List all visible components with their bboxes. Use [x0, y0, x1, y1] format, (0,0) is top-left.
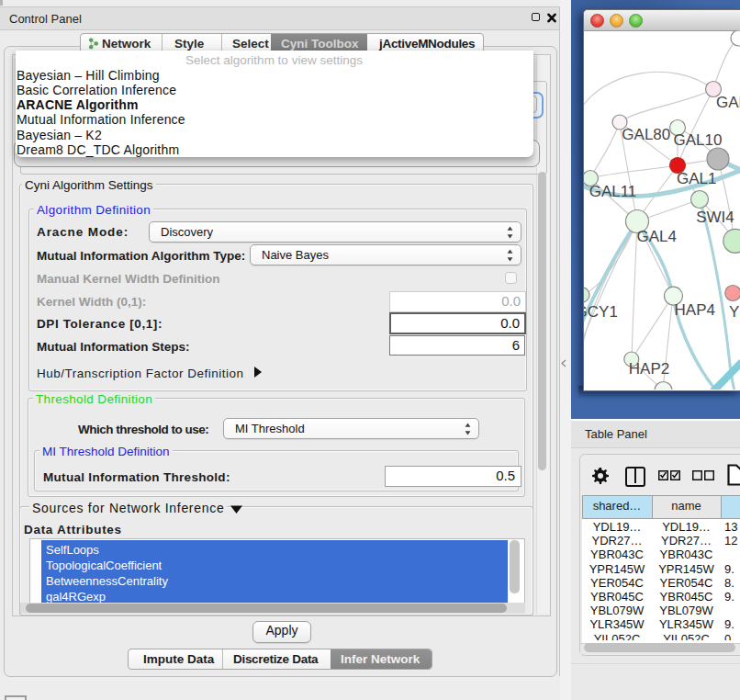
svg-text:GAL10: GAL10: [674, 131, 723, 149]
svg-text:GAL1: GAL1: [677, 170, 716, 187]
svg-text:HAP2: HAP2: [629, 360, 669, 378]
svg-text:GAL11: GAL11: [589, 183, 637, 200]
svg-text:GCY1: GCY1: [584, 303, 618, 321]
svg-text:YB: YB: [729, 303, 740, 321]
svg-text:GAL80: GAL80: [622, 126, 670, 143]
svg-text:SWI4: SWI4: [696, 209, 734, 226]
svg-text:GAL7: GAL7: [716, 94, 740, 111]
svg-text:GAL4: GAL4: [637, 228, 677, 245]
svg-text:HAP4: HAP4: [675, 301, 715, 319]
